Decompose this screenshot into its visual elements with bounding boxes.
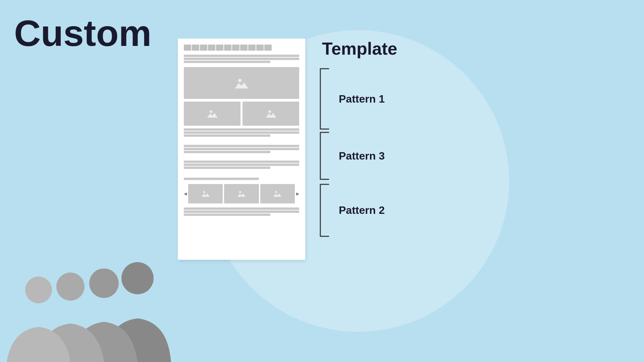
page-title: Custom xyxy=(14,13,151,53)
title-square xyxy=(232,45,239,51)
pattern-1-group: Pattern 1 xyxy=(315,65,397,132)
title-square xyxy=(184,45,191,51)
doc-spacer-3 xyxy=(184,173,299,175)
pattern-2-group: Pattern 2 xyxy=(315,181,397,240)
arrow-left-icon: ◀ xyxy=(184,191,187,196)
patterns-section: Template Pattern 1 Pattern 3 Pattern 2 xyxy=(315,39,397,240)
template-label: Template xyxy=(322,39,397,59)
carousel-image-2 xyxy=(224,184,259,203)
pattern-1-label: Pattern 1 xyxy=(339,93,385,105)
title-square xyxy=(192,45,199,51)
doc-spacer-1 xyxy=(184,140,299,142)
title-square xyxy=(200,45,207,51)
svg-point-3 xyxy=(203,191,205,193)
svg-point-0 xyxy=(238,79,241,82)
template-document: ◀ ▶ xyxy=(178,39,305,260)
carousel-items xyxy=(188,184,295,203)
doc-text-lines-1 xyxy=(184,128,299,137)
doc-spacer-2 xyxy=(184,157,299,158)
title-square xyxy=(240,45,248,51)
pattern-3-label: Pattern 3 xyxy=(339,150,385,162)
pattern-3-group: Pattern 3 xyxy=(315,129,397,183)
doc-carousel-row: ◀ ▶ xyxy=(184,184,299,203)
bracket-pattern-1 xyxy=(315,65,332,132)
doc-image-row xyxy=(184,102,299,126)
doc-text-lines-4 xyxy=(184,178,299,180)
doc-image-medium-right xyxy=(243,102,299,126)
title-square xyxy=(256,45,264,51)
carousel-image-1 xyxy=(188,184,223,203)
title-square xyxy=(224,45,231,51)
svg-point-7 xyxy=(89,268,119,298)
bracket-pattern-3 xyxy=(315,129,332,183)
pattern-2-label: Pattern 2 xyxy=(339,204,385,217)
bracket-pattern-2 xyxy=(315,181,332,240)
people-silhouettes xyxy=(0,235,171,362)
doc-text-lines-2 xyxy=(184,145,299,153)
title-square xyxy=(264,45,272,51)
svg-point-6 xyxy=(121,262,154,294)
carousel-image-3 xyxy=(260,184,295,203)
title-square xyxy=(208,45,215,51)
svg-point-1 xyxy=(210,110,212,113)
doc-text-lines-5 xyxy=(184,207,299,216)
doc-image-medium-left xyxy=(184,102,240,126)
svg-point-9 xyxy=(25,277,52,303)
doc-image-large xyxy=(184,67,299,99)
svg-point-8 xyxy=(56,273,85,301)
svg-point-2 xyxy=(268,110,271,113)
title-square xyxy=(248,45,256,51)
doc-title-block xyxy=(184,45,299,51)
people-group xyxy=(0,235,171,362)
doc-text-lines-3 xyxy=(184,161,299,169)
arrow-right-icon: ▶ xyxy=(296,191,299,196)
svg-point-4 xyxy=(239,191,241,193)
doc-subtitle-lines xyxy=(184,55,299,63)
svg-point-5 xyxy=(275,191,277,193)
title-square xyxy=(216,45,223,51)
